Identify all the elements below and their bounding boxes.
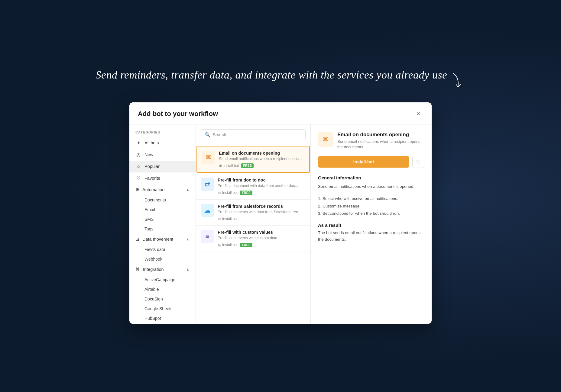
all-bots-icon: ✦	[135, 140, 141, 146]
bot-icon-salesforce: ☁	[201, 204, 214, 217]
chevron-up-icon-2: ▲	[186, 237, 190, 241]
bot-name: Pre-fill from Salesforce records	[218, 204, 306, 209]
free-badge: FREE	[240, 191, 252, 195]
sidebar: CATEGORIES ✦ All bots ◎ New ☆ Popular ♡ …	[129, 124, 196, 324]
sidebar-sub-fields-data[interactable]: Fields data	[129, 245, 196, 254]
bot-name: Pre-fill with custom values	[218, 230, 306, 235]
automation-icon: ⚙	[135, 187, 139, 192]
sidebar-section-integration[interactable]: ⌘ Integration ▲	[129, 264, 196, 275]
data-movement-label: Data movement	[142, 237, 173, 242]
result-body: The bot sends email notifications when a…	[318, 230, 424, 243]
arrow-icon	[450, 72, 465, 90]
step-3: 3. Set conditions for when the bot shoul…	[318, 210, 424, 217]
install-link: ⊕ Install bot	[219, 163, 239, 168]
sidebar-item-label: Popular	[144, 164, 160, 169]
bot-item-email-on-open[interactable]: ✉ Email on documents opening Send email …	[196, 146, 310, 173]
automation-label: Automation	[142, 187, 164, 192]
install-link: ⊕ Install bot	[218, 217, 238, 221]
step-1: 1. Select who will receive email notific…	[318, 195, 424, 202]
bot-item-pre-fill-doc[interactable]: ⇄ Pre-fill from doc to doc Pre-fill a do…	[196, 173, 310, 200]
bot-items: ✉ Email on documents opening Send email …	[196, 145, 310, 324]
detail-actions: Install bot ♡	[318, 156, 424, 168]
detail-title: Email on documents opening	[337, 132, 424, 138]
install-label: Install bot	[222, 243, 238, 247]
install-icon: ⊕	[218, 217, 221, 221]
install-link: ⊕ Install bot	[218, 243, 238, 247]
bot-name: Email on documents opening	[219, 151, 304, 156]
search-wrapper: 🔍	[196, 124, 310, 145]
bot-icon-custom: ≡	[201, 230, 214, 243]
install-bot-button[interactable]: Install bot	[318, 156, 409, 168]
page-tagline: Send reminders, transfer data, and integ…	[96, 69, 447, 81]
bot-desc: Pre-fill documents with custom data	[218, 236, 306, 241]
detail-header: ✉ Email on documents opening Send email …	[318, 132, 424, 150]
bot-item-pre-fill-salesforce[interactable]: ☁ Pre-fill from Salesforce records Pre-f…	[196, 200, 310, 226]
general-info-body: Send email notifications when a document…	[318, 183, 424, 190]
bot-desc: Send email notifications when a recipien…	[219, 156, 304, 162]
sidebar-section-data-movement[interactable]: ⊡ Data movement ▲	[129, 234, 196, 245]
install-icon: ⊕	[218, 243, 221, 247]
result-title: As a result	[318, 223, 424, 228]
sidebar-item-label: All bots	[144, 140, 159, 145]
sidebar-item-all-bots[interactable]: ✦ All bots	[129, 137, 196, 149]
detail-panel: ✉ Email on documents opening Send email …	[311, 124, 432, 324]
bot-icon-prefill: ⇄	[201, 178, 214, 191]
search-input[interactable]	[213, 132, 302, 137]
sidebar-sub-activecampaign[interactable]: ActiveCampaign	[129, 275, 196, 284]
search-box: 🔍	[201, 129, 306, 140]
sidebar-item-label: New	[144, 152, 153, 157]
detail-icon: ✉	[318, 132, 333, 147]
sidebar-item-favorite[interactable]: ♡ Favorite	[129, 172, 196, 184]
sidebar-item-popular[interactable]: ☆ Popular	[129, 161, 196, 172]
detail-steps: 1. Select who will receive email notific…	[318, 195, 424, 217]
categories-label: CATEGORIES	[129, 130, 196, 137]
detail-subtitle: Send email notifications when a recipien…	[337, 139, 424, 150]
install-label: Install bot	[223, 164, 239, 168]
install-icon: ⊕	[219, 163, 222, 168]
sidebar-sub-docusign[interactable]: DocuSign	[129, 294, 196, 304]
sidebar-sub-webhook[interactable]: Webhook	[129, 254, 196, 264]
favorite-button[interactable]: ♡	[412, 156, 424, 168]
integration-label: Integration	[143, 267, 164, 272]
new-icon: ◎	[135, 152, 141, 158]
free-badge: FREE	[241, 163, 254, 168]
bot-item-pre-fill-custom[interactable]: ≡ Pre-fill with custom values Pre-fill d…	[196, 226, 310, 252]
sidebar-item-label: Favorite	[144, 176, 160, 181]
free-badge: FREE	[240, 243, 252, 247]
sidebar-sub-sms[interactable]: SMS	[129, 214, 196, 224]
chevron-up-icon: ▲	[186, 188, 190, 192]
sidebar-sub-email[interactable]: Email	[129, 205, 196, 214]
modal-title: Add bot to your workflow	[138, 110, 218, 118]
search-icon: 🔍	[205, 132, 210, 137]
install-link: ⊕ Install bot	[218, 191, 238, 195]
install-icon: ⊕	[218, 191, 221, 195]
general-info-title: General information	[318, 175, 424, 180]
install-label: Install bot	[222, 217, 238, 221]
bot-name: Pre-fill from doc to doc	[218, 178, 306, 182]
sidebar-sub-airtable[interactable]: Airtable	[129, 284, 196, 294]
bot-icon-email: ✉	[202, 151, 215, 164]
sidebar-sub-tags[interactable]: Tags	[129, 224, 196, 234]
data-movement-icon: ⊡	[135, 237, 139, 242]
sidebar-sub-google-sheets[interactable]: Google Sheets	[129, 304, 196, 313]
sidebar-sub-documents[interactable]: Documents	[129, 195, 196, 205]
modal: Add bot to your workflow × CATEGORIES ✦ …	[129, 102, 432, 324]
favorite-icon: ♡	[135, 175, 141, 181]
chevron-up-icon-3: ▲	[186, 267, 190, 272]
step-2: 2. Customize message.	[318, 203, 424, 210]
popular-icon: ☆	[135, 164, 141, 169]
sidebar-item-new[interactable]: ◎ New	[129, 149, 196, 161]
close-button[interactable]: ×	[413, 109, 423, 119]
modal-body: CATEGORIES ✦ All bots ◎ New ☆ Popular ♡ …	[129, 124, 432, 324]
modal-header: Add bot to your workflow ×	[129, 102, 432, 124]
bot-list: 🔍 ✉ Email on documents opening Send emai…	[196, 124, 311, 324]
bot-desc: Pre-fill a document with data from anoth…	[218, 183, 306, 189]
sidebar-sub-hubspot[interactable]: HubSpot	[129, 313, 196, 323]
install-label: Install bot	[222, 191, 238, 195]
bot-desc: Pre-fill documents with data from Salesf…	[218, 210, 306, 215]
sidebar-section-automation[interactable]: ⚙ Automation ▲	[129, 184, 196, 195]
integration-icon: ⌘	[135, 267, 140, 272]
